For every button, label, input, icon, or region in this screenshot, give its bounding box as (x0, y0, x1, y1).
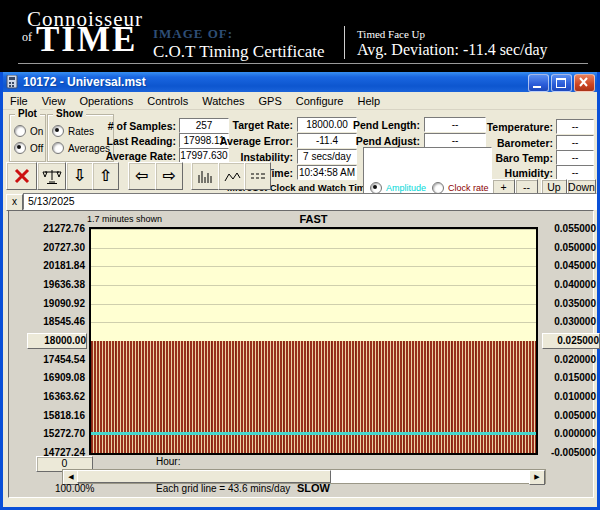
slow-label: SLOW (89, 482, 538, 494)
image-of-label: IMAGE OF: (153, 26, 233, 42)
average-error-label: Average Error: (215, 135, 293, 147)
logo-of: of (22, 30, 32, 45)
plot-off-radio[interactable]: Off (14, 142, 43, 154)
right-axis-tick: -0.005000 (542, 446, 596, 459)
left-axis-tick: 19636.38 (29, 278, 85, 291)
plot-on-radio[interactable]: On (14, 125, 43, 137)
left-axis-tick: 20727.30 (29, 241, 85, 254)
menu-controls[interactable]: Controls (140, 95, 195, 107)
balance-scale-icon (42, 168, 62, 185)
radio-icon (14, 142, 26, 154)
screenshot-root: Connoisseur of TIME IMAGE OF: C.O.T Timi… (0, 0, 600, 510)
instability-value[interactable]: 7 secs/day (297, 149, 357, 164)
minimize-button[interactable] (528, 74, 549, 92)
scroll-right-button[interactable]: ⇨ (155, 162, 183, 190)
amplitude-label: Amplitude (386, 183, 426, 193)
target-rate-axis-button[interactable]: 18000.00 (27, 333, 87, 349)
amplitude-axis-button[interactable]: 0.025000 (542, 333, 600, 349)
delete-button[interactable] (6, 162, 37, 190)
menu-help[interactable]: Help (351, 95, 388, 107)
menu-configure[interactable]: Configure (289, 95, 351, 107)
right-axis-tick: 0.050000 (542, 241, 596, 254)
down-arrow-icon: ⇩ (73, 168, 86, 184)
target-rate-label: Target Rate: (215, 119, 293, 131)
pend-length-value[interactable]: -- (424, 117, 486, 132)
right-axis-tick: 0.005000 (542, 409, 596, 422)
maximize-button[interactable] (551, 74, 572, 92)
samples-label: # of Samples: (98, 120, 176, 132)
scroll-up-button[interactable]: ⇧ (92, 162, 119, 190)
plot-group-label: Plot (15, 108, 40, 119)
app-icon (6, 75, 19, 89)
menu-view[interactable]: View (35, 95, 73, 107)
amplitude-line (91, 432, 536, 435)
pend-length-label: Pend Length: (343, 119, 420, 131)
close-button[interactable] (574, 74, 595, 92)
avg-deviation-label: Avg. Deviation: -11.4 sec/day (357, 41, 548, 59)
date-clear-button[interactable]: x (6, 194, 23, 211)
left-axis-tick: 16909.08 (29, 371, 85, 384)
rate-tick-band (91, 341, 536, 453)
right-axis-tick: 0.040000 (542, 278, 596, 291)
radio-icon (14, 125, 26, 137)
left-axis-tick: 15818.16 (29, 409, 85, 422)
show-rates-label: Rates (68, 126, 94, 137)
humidity-value[interactable]: -- (556, 165, 594, 180)
left-axis-tick: 20181.84 (29, 259, 85, 272)
scroll-down-button[interactable]: ⇩ (66, 162, 93, 190)
scroll-left-button[interactable]: ⇦ (128, 162, 156, 190)
logo-time: TIME (36, 20, 137, 60)
right-axis-tick: 0.015000 (542, 371, 596, 384)
banner-underline (18, 63, 588, 64)
signal-panel: Amplitude Clock rate (363, 147, 492, 199)
current-time-value[interactable]: 10:34:58 AM (297, 165, 357, 180)
radio-icon (52, 125, 64, 137)
dashed-plot-button[interactable] (244, 162, 271, 190)
hour-label: Hour: (156, 456, 180, 467)
menu-gps[interactable]: GPS (252, 95, 289, 107)
right-axis-tick: 0.045000 (542, 259, 596, 272)
bar-plot-button[interactable] (191, 162, 219, 190)
left-axis-tick: 15272.70 (29, 427, 85, 440)
temperature-value[interactable]: -- (556, 119, 594, 134)
last-reading-label: Last Reading: (98, 135, 176, 147)
temperature-label: Temperature: (481, 121, 553, 133)
line-plot-button[interactable] (218, 162, 245, 190)
menu-watches[interactable]: Watches (195, 95, 251, 107)
rate-plot-area[interactable] (89, 227, 538, 455)
certificate-banner: Connoisseur of TIME IMAGE OF: C.O.T Timi… (0, 0, 600, 72)
left-axis-tick: 16363.62 (29, 390, 85, 403)
plot-groupbox: Plot On Off (9, 114, 46, 162)
barometer-value[interactable]: -- (556, 135, 594, 150)
right-axis-tick: 0.035000 (542, 297, 596, 310)
left-axis-tick: 18545.46 (29, 315, 85, 328)
menu-file[interactable]: File (3, 95, 35, 107)
right-axis-tick: 0.055000 (542, 222, 596, 235)
left-axis-tick: 17454.54 (29, 353, 85, 366)
pend-adjust-value[interactable]: -- (424, 133, 486, 148)
left-arrow-icon: ⇦ (135, 168, 148, 184)
show-group-label: Show (53, 108, 86, 119)
balance-scale-button[interactable] (37, 162, 66, 190)
humidity-label: Humidity: (481, 167, 553, 179)
plot-on-label: On (30, 126, 43, 137)
menu-operations[interactable]: Operations (72, 95, 140, 107)
clock-rate-label: Clock rate (448, 183, 489, 193)
pend-adjust-label: Pend Adjust: (343, 135, 420, 147)
left-axis-tick: 21272.76 (29, 222, 85, 235)
show-rates-radio[interactable]: Rates (52, 125, 94, 137)
date-input[interactable]: 5/13/2025 (23, 193, 597, 210)
menu-bar: File View Operations Controls Watches GP… (3, 92, 597, 110)
certificate-title: C.O.T Timing Certificate (153, 42, 325, 62)
chart-panel: 1.7 minutes shown FAST 21272.76 20727.30… (8, 210, 594, 498)
title-bar[interactable]: 10172 - Universal.mst (3, 72, 597, 92)
baro-temp-value[interactable]: -- (556, 150, 594, 165)
right-axis-tick: 0.020000 (542, 353, 596, 366)
baro-temp-label: Baro Temp: (481, 152, 553, 164)
line-chart-icon (223, 169, 241, 184)
banner-divider (344, 26, 345, 59)
app-window: 10172 - Universal.mst File View Operatio… (0, 72, 600, 510)
right-axis-tick: 0.000000 (542, 427, 596, 440)
window-title: 10172 - Universal.mst (23, 75, 146, 89)
barometer-label: Barometer: (481, 137, 553, 149)
